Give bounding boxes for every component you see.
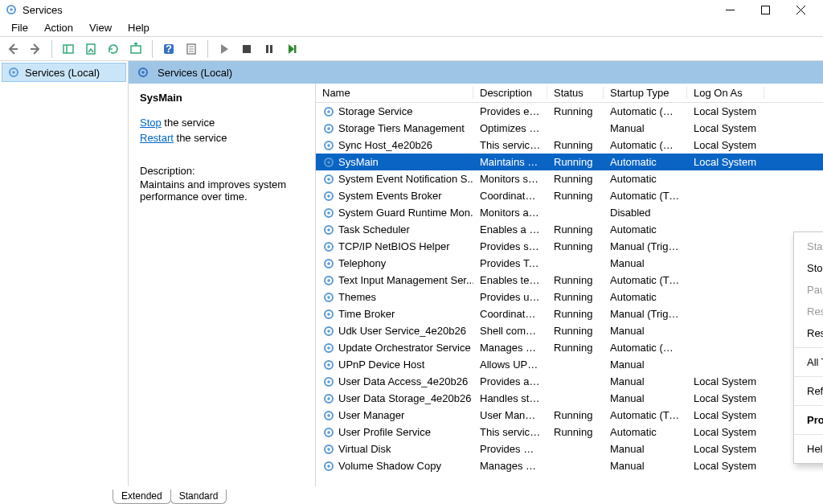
service-row[interactable]: Virtual DiskProvides ma...ManualLocal Sy… [316,440,823,457]
service-row[interactable]: User Data Access_4e20b26Provides ap...Ma… [316,373,823,390]
svg-point-29 [327,127,330,130]
row-description: Provides ena... [473,105,547,117]
service-row[interactable]: Storage Tiers ManagementOptimizes th...M… [316,120,823,137]
restart-link[interactable]: Restart [140,132,174,144]
help-button[interactable]: ? [159,39,178,59]
forward-button[interactable] [26,39,45,59]
pause-service-button[interactable] [260,39,279,59]
row-startup: Automatic [604,426,687,438]
svg-rect-19 [266,45,268,53]
service-row[interactable]: User Data Storage_4e20b26Handles stor...… [316,390,823,407]
column-headers: Name Description Status Startup Type Log… [316,84,823,103]
service-row[interactable]: UPnP Device HostAllows UPnP ...Manual [316,356,823,373]
service-row[interactable]: Volume Shadow CopyManages an...ManualLoc… [316,457,823,474]
service-row[interactable]: Storage ServiceProvides ena...RunningAut… [316,103,823,120]
stop-line: Stop the service [140,117,304,129]
row-description: Provides sup... [473,240,547,252]
export-button[interactable] [126,39,145,59]
row-startup: Manual [604,325,687,337]
ctx-refresh[interactable]: Refresh [794,380,823,402]
back-button[interactable] [3,39,23,59]
service-row[interactable]: System Guard Runtime Mon...Monitors an..… [316,204,823,221]
service-row[interactable]: User ManagerUser Manag...RunningAutomati… [316,407,823,424]
selected-service-name: SysMain [140,92,304,104]
row-status: Running [547,240,604,252]
ctx-start: Start [794,236,823,257]
properties-button[interactable] [182,39,201,59]
row-logon: Local System [687,139,764,151]
show-hide-tree-button[interactable] [59,39,78,59]
service-row[interactable]: Task SchedulerEnables a us...RunningAuto… [316,221,823,238]
service-row[interactable]: System Event Notification S...Monitors s… [316,170,823,187]
nav-tree: Services (Local) [0,61,129,486]
row-startup: Manual [604,443,687,455]
svg-point-63 [327,414,330,417]
service-row[interactable]: Udk User Service_4e20b26Shell compo...Ru… [316,322,823,339]
close-button[interactable] [783,0,818,19]
row-name: User Manager [338,409,404,421]
row-status: Running [547,223,604,236]
row-status: Running [547,426,604,438]
nav-services-local[interactable]: Services (Local) [2,63,126,82]
row-logon: Local System [687,375,764,387]
tab-extended[interactable]: Extended [113,490,171,504]
row-name: Storage Service [338,105,413,117]
gear-icon [322,156,335,169]
service-row[interactable]: Update Orchestrator ServiceManages Wi...… [316,339,823,356]
ctx-help[interactable]: Help [794,438,823,460]
row-status: Running [547,325,604,337]
row-status: Running [547,105,604,117]
svg-point-47 [327,279,330,282]
export-list-button[interactable] [81,39,100,59]
service-row[interactable]: Text Input Management Ser...Enables text… [316,272,823,289]
service-row[interactable]: Sync Host_4e20b26This service ...Running… [316,137,823,154]
gear-icon [322,460,335,473]
service-row[interactable]: SysMainMaintains a...RunningAutomaticLoc… [316,154,823,170]
gear-icon [322,257,335,270]
right-pane: Services (Local) SysMain Stop the servic… [129,61,823,486]
minimize-button[interactable] [712,0,747,19]
ctx-restart[interactable]: Restart [794,322,823,344]
col-log-on-as[interactable]: Log On As [687,87,764,99]
start-service-button[interactable] [215,39,234,59]
col-description[interactable]: Description [473,87,547,99]
toolbar: ? [0,37,823,61]
row-name: Volume Shadow Copy [338,460,441,472]
row-status: Running [547,409,604,421]
menu-view[interactable]: View [81,20,120,35]
ctx-properties[interactable]: Properties [794,409,823,431]
row-name: SysMain [338,156,379,168]
toolbar-separator [51,40,52,58]
menu-file[interactable]: File [3,20,36,35]
menu-help[interactable]: Help [120,20,158,35]
col-startup-type[interactable]: Startup Type [604,87,687,99]
service-row[interactable]: User Profile ServiceThis service i...Run… [316,424,823,440]
service-row[interactable]: ThemesProvides use...RunningAutomatic [316,289,823,305]
restart-service-button[interactable] [282,39,301,59]
row-startup: Automatic [604,173,687,185]
service-row[interactable]: TelephonyProvides Tel...Manual [316,255,823,272]
row-logon: Local System [687,156,764,168]
tab-standard[interactable]: Standard [170,490,227,504]
svg-point-31 [327,144,330,147]
svg-point-59 [327,380,330,383]
refresh-button[interactable] [104,39,123,59]
stop-link[interactable]: Stop [140,117,162,129]
row-startup: Automatic (Tri... [604,409,687,421]
svg-rect-18 [243,45,251,53]
stop-service-button[interactable] [237,39,256,59]
gear-icon [322,308,335,321]
service-row[interactable]: System Events BrokerCoordinates ...Runni… [316,187,823,204]
ctx-stop[interactable]: Stop [794,257,823,279]
col-status[interactable]: Status [547,87,604,99]
ctx-all-tasks[interactable]: All Tasks〉 [794,351,823,373]
maximize-button[interactable] [747,0,783,19]
row-description: Manages an... [473,460,547,472]
service-row[interactable]: TCP/IP NetBIOS HelperProvides sup...Runn… [316,238,823,255]
menu-action[interactable]: Action [36,20,81,35]
row-description: Monitors sy... [473,173,547,185]
col-name[interactable]: Name [316,87,473,99]
gear-icon [322,190,335,203]
service-row[interactable]: Time BrokerCoordinates ...RunningManual … [316,305,823,322]
title-bar: Services [0,0,823,19]
